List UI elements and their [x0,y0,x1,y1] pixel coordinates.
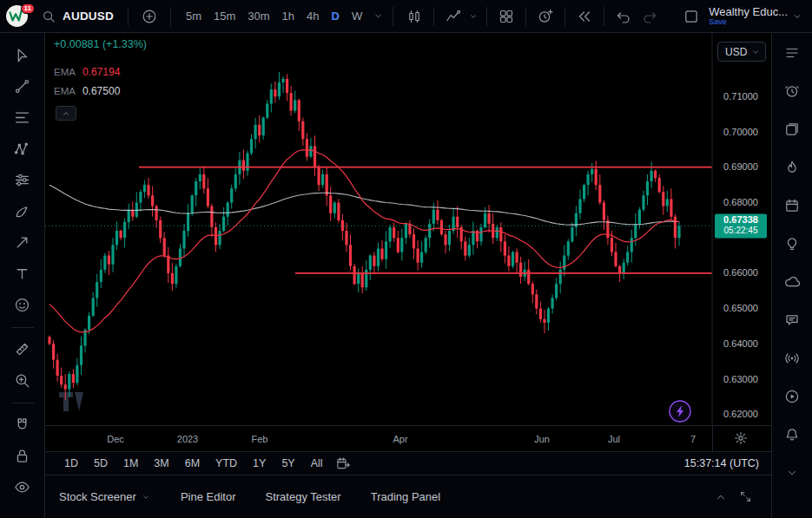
quick-action-lightning-icon[interactable] [670,401,690,422]
separator [525,7,526,26]
tab-label: Pine Editor [181,490,236,503]
indicator-ema-slow[interactable]: EMA 0.67500 [54,85,120,97]
ruler-icon[interactable] [8,334,37,364]
separator [11,327,34,328]
time-axis-label: 7 [690,434,696,444]
ideas-bulb-icon[interactable] [778,231,806,257]
tab-strategy-tester[interactable]: Strategy Tester [265,490,340,503]
range-All[interactable]: All [304,455,330,472]
undo-icon[interactable] [611,4,636,29]
indicator-ema-fast[interactable]: EMA 0.67194 [54,66,120,78]
tab-label: Stock Screener [59,490,136,503]
axis-separator [712,426,713,452]
price-axis-label: 0.71000 [723,91,758,102]
timeframe-D[interactable]: D [326,6,346,26]
hotlist-flame-icon[interactable] [778,154,806,180]
timeframe-15m[interactable]: 15m [208,6,241,26]
ema-fast-line[interactable] [50,150,679,332]
range-1D[interactable]: 1D [57,455,85,472]
time-axis-label: Feb [252,434,268,444]
range-toolbar: 1D5D1M3M6MYTD1Y5YAll 15:37:14 (UTC) [45,451,771,475]
range-1Y[interactable]: 1Y [246,455,273,472]
timeframe-4h[interactable]: 4h [300,6,325,26]
top-toolbar: 11 AUDUSD 5m15m30m1h4hDW Wealthy Educ...… [0,0,812,33]
account-avatar[interactable]: 11 [5,4,31,29]
chevron-down-icon[interactable] [778,460,806,486]
news-icon[interactable] [778,116,806,142]
save-button[interactable]: Save [709,17,788,27]
text-icon[interactable] [8,259,37,288]
indicators-icon[interactable] [441,4,465,29]
range-3M[interactable]: 3M [147,455,175,472]
range-buttons: 1D5D1M3M6MYTD1Y5YAll [57,455,330,472]
notification-count-badge: 11 [21,3,35,14]
settings-gear-icon[interactable] [734,431,748,445]
price-axis-labels[interactable]: 0.710000.700000.690000.680000.660000.650… [723,91,758,420]
broadcast-icon[interactable] [778,345,806,371]
arrow-marker-icon[interactable] [8,227,37,257]
forecast-icon[interactable] [8,165,37,194]
magnet-icon[interactable] [8,410,37,439]
alert-plus-icon[interactable] [533,4,558,29]
public-chat-icon[interactable] [778,307,806,333]
zoom-in-icon[interactable] [8,365,37,395]
emoji-icon[interactable] [8,290,37,319]
timeframe-30m[interactable]: 30m [241,6,275,26]
server-clock[interactable]: 15:37:14 (UTC) [684,457,759,469]
timeframe-1h[interactable]: 1h [276,6,300,26]
tradingview-app: 11 AUDUSD 5m15m30m1h4hDW Wealthy Educ...… [0,0,812,518]
tab-stock-screener[interactable]: Stock Screener [59,488,151,506]
range-YTD[interactable]: YTD [208,455,244,472]
layout-grid-icon[interactable] [494,4,518,29]
timeframe-5m[interactable]: 5m [180,6,208,26]
price-chart[interactable]: 0.710000.700000.690000.680000.660000.650… [45,33,771,425]
svg-text:0.67338: 0.67338 [723,214,758,225]
replay-icon[interactable] [572,4,597,29]
chevron-down-icon[interactable] [791,8,803,25]
range-5Y[interactable]: 5Y [274,455,301,472]
lock-icon[interactable] [8,441,37,470]
chevron-down-icon[interactable] [467,8,479,25]
range-5D[interactable]: 5D [87,455,115,472]
redo-icon[interactable] [637,4,662,29]
go-to-date-icon[interactable] [335,455,353,472]
range-1M[interactable]: 1M [116,455,145,472]
time-axis[interactable]: Dec2023FebAprJunJul7 [45,425,771,451]
price-axis-label: 0.69000 [723,161,758,172]
layout-name: Wealthy Educ... [709,6,788,17]
watchlist-icon[interactable] [778,40,806,66]
price-axis-label: 0.66000 [723,267,758,278]
candles-icon[interactable] [402,4,426,29]
trend-line-icon[interactable] [8,71,37,101]
tab-trading-panel[interactable]: Trading Panel [371,490,440,503]
brush-icon[interactable] [8,196,37,226]
xabcd-pattern-icon[interactable] [8,134,37,163]
compare-add-icon[interactable] [137,4,162,29]
chat-cloud-icon[interactable] [778,269,806,295]
fib-retracement-icon[interactable] [8,102,37,132]
cursor-icon[interactable] [8,40,37,69]
panel-collapse-icon[interactable] [709,485,733,509]
currency-label: USD [725,46,747,58]
separator [11,403,34,403]
alert-clock-icon[interactable] [778,78,806,104]
panel-expand-icon[interactable] [733,485,757,509]
current-price-badge: 0.67338 05:22:45 [715,213,767,238]
currency-dropdown[interactable]: USD [717,42,766,62]
range-6M[interactable]: 6M [178,455,207,472]
notifications-bell-icon[interactable] [778,422,806,448]
legend-collapse-button[interactable] [56,106,76,121]
play-circle-icon[interactable] [778,384,806,410]
layout-thumbnail-icon[interactable] [679,4,703,29]
time-axis-label: Apr [393,434,407,444]
layout-menu[interactable]: Wealthy Educ... Save [709,6,788,27]
eye-icon[interactable] [8,472,37,502]
calendar-icon[interactable] [778,193,806,219]
bottom-panel: Stock ScreenerPine EditorStrategy Tester… [45,475,771,518]
tab-pine-editor[interactable]: Pine Editor [181,490,236,503]
timeframe-W[interactable]: W [346,6,368,26]
symbol-search[interactable]: AUDUSD [35,5,119,28]
chevron-down-icon[interactable] [372,8,384,25]
price-axis-label: 0.64000 [723,338,758,349]
chart-area[interactable]: 0.710000.700000.690000.680000.660000.650… [45,33,771,425]
